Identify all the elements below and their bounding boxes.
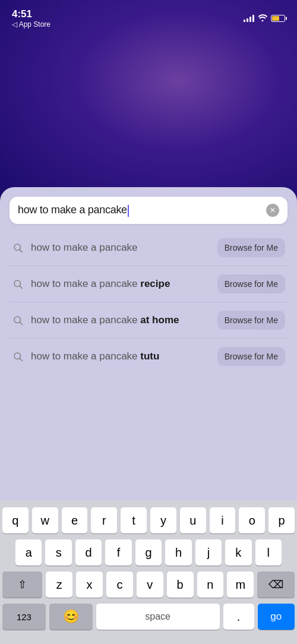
keyboard-row-3: ⇧ z x c v b n m ⌫ <box>2 572 295 598</box>
suggestion-text: how to make a pancake <box>31 241 210 254</box>
key-f[interactable]: f <box>105 539 131 566</box>
numbers-key[interactable]: 123 <box>2 604 46 630</box>
key-t[interactable]: t <box>121 507 147 533</box>
suggestion-text: how to make a pancake tutu <box>31 350 210 363</box>
battery-icon <box>271 15 285 22</box>
svg-line-1 <box>20 250 22 252</box>
list-item[interactable]: how to make a pancake recipe Browse for … <box>10 266 287 302</box>
list-item[interactable]: how to make a pancake at home Browse for… <box>10 302 287 339</box>
svg-line-5 <box>20 322 22 324</box>
keyboard-row-1: q w e r t y u i o p <box>2 507 295 533</box>
suggestion-text: how to make a pancake at home <box>31 314 210 327</box>
browse-for-me-button-3[interactable]: Browse for Me <box>217 311 285 330</box>
key-w[interactable]: w <box>32 507 58 533</box>
key-v[interactable]: v <box>137 572 163 598</box>
key-q[interactable]: q <box>2 507 29 533</box>
key-z[interactable]: z <box>46 572 72 598</box>
key-x[interactable]: x <box>76 572 103 598</box>
key-l[interactable]: l <box>255 539 282 566</box>
search-input[interactable]: how to make a pancake <box>18 204 266 216</box>
key-d[interactable]: d <box>75 539 102 566</box>
status-icons <box>244 14 285 23</box>
search-icon <box>12 351 24 362</box>
keyboard-bottom-padding <box>2 636 295 642</box>
list-item[interactable]: how to make a pancake tutu Browse for Me <box>10 339 287 374</box>
period-key[interactable]: . <box>223 604 254 630</box>
status-appstore[interactable]: ◁ App Store <box>12 20 50 29</box>
key-r[interactable]: r <box>91 507 117 533</box>
wifi-icon <box>258 14 267 23</box>
search-icon <box>12 315 24 326</box>
key-j[interactable]: j <box>195 539 222 566</box>
key-c[interactable]: c <box>106 572 133 598</box>
suggestions-list: how to make a pancake Browse for Me how … <box>10 230 287 374</box>
keyboard-row-2: a s d f g h j k l <box>2 539 295 566</box>
key-a[interactable]: a <box>15 539 42 566</box>
status-bar: 4:51 ◁ App Store <box>0 0 297 32</box>
key-s[interactable]: s <box>45 539 71 566</box>
delete-key[interactable]: ⌫ <box>257 572 295 598</box>
keyboard-row-4: 123 😊 space . go <box>2 604 295 630</box>
shift-key[interactable]: ⇧ <box>2 572 42 598</box>
key-n[interactable]: n <box>197 572 224 598</box>
signal-icon <box>244 15 254 22</box>
key-o[interactable]: o <box>239 507 265 533</box>
status-time: 4:51 <box>12 8 32 20</box>
keyboard: q w e r t y u i o p a s d f g h j k l ⇧ … <box>0 500 297 644</box>
emoji-key[interactable]: 😊 <box>49 604 93 630</box>
go-key[interactable]: go <box>258 604 295 630</box>
search-input-container[interactable]: how to make a pancake ✕ <box>10 197 287 224</box>
key-b[interactable]: b <box>167 572 194 598</box>
key-e[interactable]: e <box>62 507 88 533</box>
suggestion-text: how to make a pancake recipe <box>31 277 210 291</box>
clear-button[interactable]: ✕ <box>266 204 279 217</box>
svg-line-7 <box>20 358 22 361</box>
search-icon <box>12 242 24 253</box>
key-p[interactable]: p <box>268 507 295 533</box>
key-m[interactable]: m <box>227 572 254 598</box>
key-k[interactable]: k <box>225 539 251 566</box>
key-i[interactable]: i <box>210 507 236 533</box>
key-y[interactable]: y <box>150 507 176 533</box>
key-g[interactable]: g <box>135 539 162 566</box>
key-h[interactable]: h <box>165 539 191 566</box>
svg-line-3 <box>20 286 22 288</box>
list-item[interactable]: how to make a pancake Browse for Me <box>10 230 287 266</box>
search-icon <box>12 279 24 289</box>
key-u[interactable]: u <box>180 507 206 533</box>
browse-for-me-button-1[interactable]: Browse for Me <box>217 238 285 257</box>
browse-for-me-button-4[interactable]: Browse for Me <box>217 347 285 366</box>
space-key[interactable]: space <box>96 604 220 630</box>
browse-for-me-button-2[interactable]: Browse for Me <box>217 274 285 293</box>
